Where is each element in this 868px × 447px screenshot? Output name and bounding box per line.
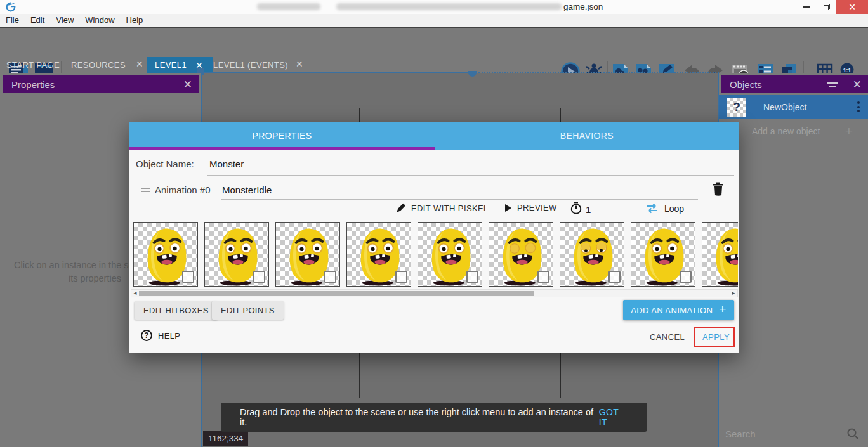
frame-checkbox[interactable] bbox=[253, 271, 265, 283]
properties-close-icon[interactable]: ✕ bbox=[177, 78, 199, 91]
title-bar: game.json ✕ bbox=[0, 0, 868, 14]
apply-button[interactable]: APPLY bbox=[702, 332, 730, 342]
time-between-frames-input[interactable]: 1 bbox=[586, 204, 630, 215]
minimize-icon bbox=[803, 6, 810, 8]
gdevelop-logo-icon bbox=[5, 1, 16, 13]
object-menu-icon[interactable] bbox=[855, 100, 862, 114]
animation-frame-0[interactable] bbox=[133, 222, 198, 287]
frame-checkbox[interactable] bbox=[466, 271, 478, 283]
animation-frame-6[interactable] bbox=[560, 222, 624, 287]
plus-icon: + bbox=[719, 302, 727, 316]
stopwatch-icon bbox=[570, 202, 582, 214]
object-editor-dialog: PROPERTIES BEHAVIORS Object Name: Monste… bbox=[129, 122, 739, 353]
toast-message: Drag and Drop the object to the scene or… bbox=[240, 407, 599, 427]
frame-checkbox[interactable] bbox=[680, 271, 692, 283]
frames-scrollbar[interactable]: ◄ ► bbox=[131, 289, 738, 297]
frame-checkbox[interactable] bbox=[608, 271, 621, 283]
animation-frame-1[interactable] bbox=[204, 222, 269, 287]
menu-edit[interactable]: Edit bbox=[25, 13, 50, 27]
object-name-label: Object Name: bbox=[136, 159, 194, 169]
help-button[interactable]: ? HELP bbox=[141, 330, 180, 341]
editor-tabbar: START PAGE RESOURCES ✕ LEVEL1 ✕ LEVEL1 (… bbox=[0, 57, 868, 73]
object-name-underline bbox=[207, 175, 734, 176]
object-name: NewObject bbox=[763, 102, 806, 112]
dialog-tab-behaviors[interactable]: BEHAVIORS bbox=[435, 122, 739, 150]
frame-checkbox[interactable] bbox=[182, 271, 194, 283]
active-tab-indicator bbox=[129, 147, 435, 150]
edit-points-button[interactable]: EDIT POINTS bbox=[212, 301, 284, 320]
object-name-input[interactable]: Monster bbox=[209, 159, 244, 169]
menu-window[interactable]: Window bbox=[79, 13, 120, 27]
cursor-coordinates: 1162;334 bbox=[203, 431, 248, 446]
loop-icon bbox=[646, 203, 659, 214]
properties-panel-title: Properties bbox=[11, 79, 55, 90]
add-animation-button[interactable]: ADD AN ANIMATION+ bbox=[623, 300, 734, 320]
menu-bar: File Edit View Window Help bbox=[0, 14, 868, 28]
animation-frame-5[interactable] bbox=[489, 222, 553, 287]
search-icon bbox=[846, 427, 859, 440]
redacted-title-segment bbox=[257, 3, 320, 10]
dialog-tab-properties[interactable]: PROPERTIES bbox=[129, 122, 435, 150]
scroll-right-icon[interactable]: ► bbox=[731, 290, 736, 297]
document-title: game.json bbox=[563, 2, 603, 11]
cancel-button[interactable]: CANCEL bbox=[650, 332, 685, 342]
tab-level1-events[interactable]: LEVEL1 (EVENTS) bbox=[213, 57, 288, 73]
scrollbar-thumb[interactable] bbox=[139, 291, 534, 296]
animation-frame-4[interactable] bbox=[418, 222, 482, 287]
tab-level1-events-close-icon[interactable]: ✕ bbox=[293, 59, 306, 69]
plus-icon: + bbox=[845, 124, 853, 139]
selection-top-handle[interactable] bbox=[468, 71, 477, 77]
menu-file[interactable]: File bbox=[0, 13, 25, 27]
properties-panel-header: Properties ✕ bbox=[3, 75, 199, 93]
restore-icon bbox=[824, 4, 830, 10]
animation-name-input[interactable]: MonsterIdle bbox=[222, 185, 272, 195]
minimize-button[interactable] bbox=[797, 0, 816, 14]
animation-frame-7[interactable] bbox=[631, 222, 695, 287]
dialog-tabbar: PROPERTIES BEHAVIORS bbox=[129, 122, 739, 150]
tab-resources[interactable]: RESOURCES bbox=[71, 57, 126, 73]
scene-selection-border-dotted bbox=[478, 72, 719, 73]
frame-checkbox[interactable] bbox=[537, 271, 549, 283]
frame-checkbox[interactable] bbox=[324, 271, 336, 283]
main-toolbar: 1:1 bbox=[0, 29, 868, 57]
animation-drag-handle[interactable] bbox=[141, 188, 150, 192]
objects-search-input[interactable] bbox=[725, 429, 839, 439]
objects-panel-header: Objects ✕ bbox=[721, 75, 868, 93]
hint-toast: Drag and Drop the object to the scene or… bbox=[221, 403, 647, 432]
restore-button[interactable] bbox=[817, 0, 836, 14]
scroll-left-icon[interactable]: ◄ bbox=[133, 290, 138, 297]
animation-frame-3[interactable] bbox=[346, 222, 411, 287]
animation-label: Animation #0 bbox=[155, 185, 211, 195]
menu-help[interactable]: Help bbox=[121, 13, 149, 27]
scene-selection-border bbox=[201, 72, 471, 73]
animation-name-underline bbox=[221, 199, 698, 200]
objects-panel: Objects ✕ ? NewObject Add a new object + bbox=[719, 73, 868, 447]
got-it-button[interactable]: GOT IT bbox=[599, 407, 629, 427]
objects-panel-title: Objects bbox=[730, 79, 762, 90]
filter-icon[interactable] bbox=[826, 80, 839, 89]
question-icon: ? bbox=[141, 330, 152, 341]
object-list-item[interactable]: ? NewObject bbox=[719, 95, 868, 119]
close-button[interactable]: ✕ bbox=[836, 0, 868, 14]
animation-frame-2[interactable] bbox=[275, 222, 340, 287]
add-object-button[interactable]: Add a new object + bbox=[719, 122, 868, 140]
tab-resources-close-icon[interactable]: ✕ bbox=[133, 59, 146, 69]
menu-view[interactable]: View bbox=[50, 13, 79, 27]
tab-start-page[interactable]: START PAGE bbox=[6, 57, 60, 73]
preview-button[interactable]: PREVIEW bbox=[504, 203, 557, 212]
monster-sprite bbox=[706, 224, 738, 287]
objects-close-icon[interactable]: ✕ bbox=[846, 78, 868, 91]
edit-with-piskel-button[interactable]: EDIT WITH PISKEL bbox=[396, 203, 489, 213]
trash-icon[interactable] bbox=[713, 182, 724, 196]
play-small-icon bbox=[504, 204, 512, 212]
edit-hitboxes-button[interactable]: EDIT HITBOXES bbox=[135, 301, 218, 320]
pencil-icon bbox=[396, 203, 406, 213]
frame-checkbox[interactable] bbox=[395, 271, 407, 283]
object-thumbnail-unknown-icon: ? bbox=[727, 98, 746, 117]
gdevelop-window: game.json ✕ File Edit View Window Help bbox=[0, 0, 868, 447]
loop-toggle[interactable]: Loop bbox=[646, 203, 684, 214]
frames-strip bbox=[131, 222, 738, 288]
redacted-path-segment bbox=[336, 3, 562, 10]
time-input-underline bbox=[584, 219, 629, 219]
animation-frame-8[interactable] bbox=[702, 222, 738, 287]
